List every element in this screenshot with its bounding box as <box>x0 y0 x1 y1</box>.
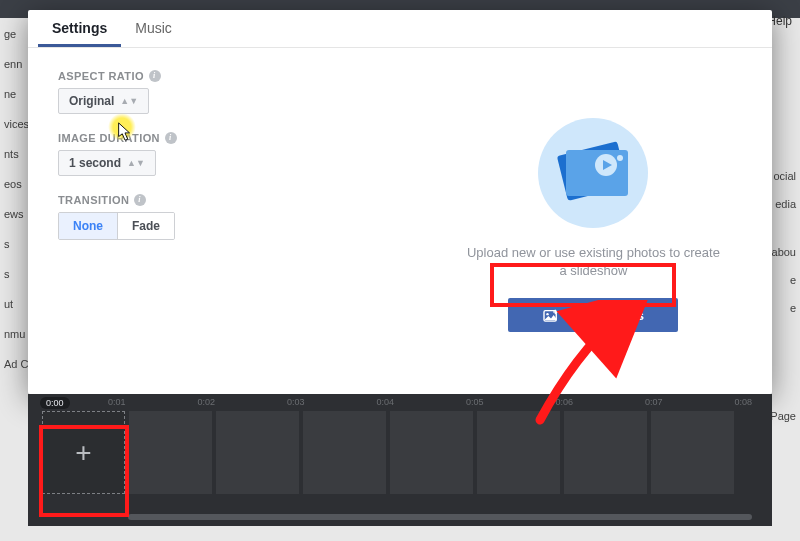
timeline-frame-slot[interactable] <box>564 411 647 494</box>
bg-right-col: ocial edia abou e e Page <box>770 170 796 422</box>
timeline-frame-slot[interactable] <box>303 411 386 494</box>
slideshow-illustration-icon <box>528 108 658 238</box>
upload-prompt-text: Upload new or use existing photos to cre… <box>463 244 723 280</box>
timeline-tick: 0:08 <box>734 397 752 407</box>
image-duration-value: 1 second <box>69 156 121 170</box>
timeline-tick: 0:02 <box>197 397 215 407</box>
timeline-tick: 0:05 <box>466 397 484 407</box>
timeline-ticks: 0:01 0:02 0:03 0:04 0:05 0:06 0:07 0:08 <box>88 394 772 407</box>
aspect-ratio-label: ASPECT RATIO <box>58 70 144 82</box>
transition-group: None Fade <box>58 212 175 240</box>
image-duration-select[interactable]: 1 second ▲▼ <box>58 150 156 176</box>
timeline-panel: 0:00 0:01 0:02 0:03 0:04 0:05 0:06 0:07 … <box>28 394 772 526</box>
settings-panel: ASPECT RATIO Original ▲▼ IMAGE DURATION … <box>28 48 415 392</box>
caret-icon: ▲▼ <box>120 97 138 106</box>
timeline-frames: + <box>28 411 772 494</box>
add-frame-button[interactable]: + <box>42 411 125 494</box>
tab-settings[interactable]: Settings <box>38 10 121 47</box>
timeline-tick: 0:07 <box>645 397 663 407</box>
aspect-ratio-select[interactable]: Original ▲▼ <box>58 88 149 114</box>
add-photos-label: Add Photos <box>571 308 644 323</box>
timeline-frame-slot[interactable] <box>477 411 560 494</box>
timeline-tick: 0:03 <box>287 397 305 407</box>
tab-music[interactable]: Music <box>121 10 186 47</box>
timeline-tick: 0:04 <box>376 397 394 407</box>
info-icon[interactable] <box>134 194 146 206</box>
info-icon[interactable] <box>165 132 177 144</box>
svg-point-7 <box>546 313 548 315</box>
upload-panel: Upload new or use existing photos to cre… <box>415 48 772 392</box>
caret-icon: ▲▼ <box>127 159 145 168</box>
slideshow-modal: Settings Music ASPECT RATIO Original ▲▼ … <box>28 10 772 394</box>
timeline-frame-slot[interactable] <box>651 411 734 494</box>
plus-icon: + <box>75 437 91 469</box>
timeline-frame-slot[interactable] <box>390 411 473 494</box>
timeline-tick: 0:01 <box>108 397 126 407</box>
timeline-frame-slot[interactable] <box>129 411 212 494</box>
image-plus-icon <box>543 308 559 322</box>
svg-point-5 <box>617 155 623 161</box>
transition-fade-button[interactable]: Fade <box>117 213 174 239</box>
image-duration-label: IMAGE DURATION <box>58 132 160 144</box>
transition-none-button[interactable]: None <box>59 213 117 239</box>
timeline-scrollbar[interactable] <box>128 514 752 520</box>
bg-left-col: ge enn ne vices nts eos ews s s ut nmu A… <box>4 28 29 370</box>
image-duration-field: IMAGE DURATION 1 second ▲▼ <box>58 132 385 176</box>
modal-tabs: Settings Music <box>28 10 772 48</box>
aspect-ratio-field: ASPECT RATIO Original ▲▼ <box>58 70 385 114</box>
timeline-tick: 0:06 <box>555 397 573 407</box>
timeline-start-badge: 0:00 <box>40 397 70 409</box>
transition-label: TRANSITION <box>58 194 129 206</box>
add-photos-button[interactable]: Add Photos <box>508 298 678 332</box>
timeline-frame-slot[interactable] <box>216 411 299 494</box>
info-icon[interactable] <box>149 70 161 82</box>
aspect-ratio-value: Original <box>69 94 114 108</box>
transition-field: TRANSITION None Fade <box>58 194 385 240</box>
